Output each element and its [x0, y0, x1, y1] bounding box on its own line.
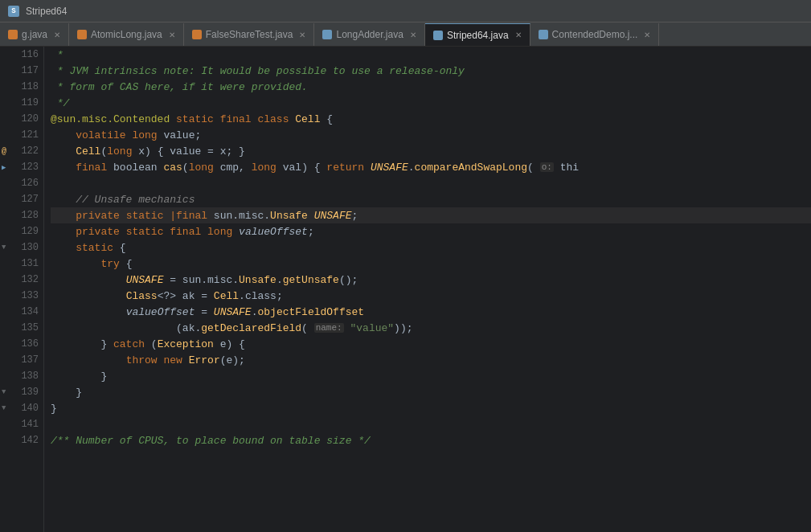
line-number: 138 — [16, 370, 39, 382]
code-line: final boolean cas(long cmp, long val) { … — [51, 159, 811, 175]
marker-collapse-red[interactable]: ▼ — [2, 404, 6, 412]
tab-close-icon[interactable]: ✕ — [54, 31, 60, 39]
gutter-row: 134 — [0, 304, 43, 320]
gutter-row: 131 — [0, 256, 43, 272]
line-number: 116 — [16, 49, 39, 60]
line-number: 131 — [16, 258, 39, 269]
line-number: 139 — [16, 387, 39, 398]
code-line — [51, 416, 811, 432]
gutter-row: 141 — [0, 416, 43, 432]
code-line: throw new Error(e); — [51, 352, 811, 368]
code-line: @sun.misc.Contended static final class C… — [51, 111, 811, 127]
tab-icon — [77, 30, 87, 39]
tab-label: Striped64.java — [447, 30, 509, 41]
tab-label: FalseShareTest.java — [206, 29, 293, 40]
line-number: 135 — [16, 322, 39, 334]
line-number: 136 — [16, 338, 39, 350]
gutter-row: 133 — [0, 288, 43, 304]
tab-close-icon[interactable]: ✕ — [299, 31, 305, 39]
code-line: Class<?> ak = Cell.class; — [51, 288, 811, 304]
line-number: 137 — [16, 354, 39, 366]
line-number: 123 — [16, 162, 39, 173]
tab-icon — [8, 30, 18, 39]
line-number: 130 — [16, 242, 39, 253]
line-number: 119 — [16, 97, 39, 108]
line-number: 117 — [16, 65, 39, 76]
gutter-row: 119 — [0, 95, 43, 111]
tab-icon — [192, 30, 202, 39]
code-line: } catch (Exception e) { — [51, 336, 811, 352]
line-number: 128 — [16, 210, 39, 221]
tab-icon — [433, 31, 443, 40]
gutter-row: 121 — [0, 127, 43, 143]
line-number: 141 — [16, 419, 39, 430]
tab-striped64[interactable]: Striped64.java✕ — [425, 23, 530, 46]
tab-close-icon[interactable]: ✕ — [169, 31, 175, 39]
code-line: } — [51, 384, 811, 400]
tab-g-java[interactable]: g.java✕ — [0, 23, 69, 46]
code-line: private static final long valueOffset; — [51, 223, 811, 239]
gutter-row: 142 — [0, 432, 43, 448]
gutter-row: 138 — [0, 368, 43, 384]
line-number: 121 — [16, 129, 39, 141]
gutter-row: ▶123 — [0, 159, 43, 175]
tab-bar: g.java✕AtomicLong.java✕FalseShareTest.ja… — [0, 23, 811, 47]
gutter-row: 126 — [0, 175, 43, 191]
gutter-row: 128 — [0, 207, 43, 223]
tab-close-icon[interactable]: ✕ — [515, 31, 522, 39]
line-number: 132 — [16, 274, 39, 285]
gutter: 116117118119120121@122▶123126127128129▼1… — [0, 47, 44, 532]
title-bar: S Striped64 — [0, 0, 811, 23]
tab-label: g.java — [22, 29, 47, 40]
app-icon: S — [8, 6, 19, 17]
gutter-row: 120 — [0, 111, 43, 127]
tab-icon — [539, 30, 548, 39]
line-number: 142 — [16, 435, 39, 446]
code-line: * — [51, 47, 811, 63]
tab-close-icon[interactable]: ✕ — [410, 31, 416, 39]
line-number: 118 — [16, 81, 39, 92]
tab-atomiclong[interactable]: AtomicLong.java✕ — [69, 23, 184, 46]
code-line: */ — [51, 95, 811, 111]
code-line: } — [51, 400, 811, 416]
tab-close-icon[interactable]: ✕ — [644, 31, 650, 39]
gutter-row: @122 — [0, 143, 43, 159]
gutter-row: ▼139 — [0, 384, 43, 400]
gutter-row: ▼140 — [0, 400, 43, 416]
gutter-row: 135 — [0, 320, 43, 336]
marker-collapse[interactable]: ▼ — [2, 243, 6, 252]
marker-collapse[interactable]: ▼ — [2, 388, 6, 396]
tab-label: AtomicLong.java — [91, 29, 162, 40]
code-line: volatile long value; — [51, 127, 811, 143]
code-line: } — [51, 368, 811, 384]
code-line: private static |final sun.misc.Unsafe UN… — [51, 207, 811, 223]
editor-container: 116117118119120121@122▶123126127128129▼1… — [0, 47, 811, 532]
tab-icon — [322, 30, 332, 39]
tab-longadder[interactable]: LongAdder.java✕ — [314, 23, 424, 46]
tab-label: LongAdder.java — [336, 29, 403, 40]
gutter-row: 129 — [0, 223, 43, 239]
gutter-row: 116 — [0, 47, 43, 63]
marker-expand[interactable]: ▶ — [2, 163, 6, 172]
line-number: 134 — [16, 306, 39, 317]
code-line: * form of CAS here, if it were provided. — [51, 79, 811, 95]
tab-label: ContendedDemo.j... — [552, 29, 638, 40]
code-line: static { — [51, 239, 811, 256]
line-number: 129 — [16, 226, 39, 237]
code-area[interactable]: * * JVM intrinsics note: It would be pos… — [44, 47, 811, 532]
code-line: Cell(long x) { value = x; } — [51, 143, 811, 159]
code-line — [51, 175, 811, 191]
line-number: 133 — [16, 290, 39, 301]
line-number: 140 — [16, 403, 39, 414]
tab-contended[interactable]: ContendedDemo.j...✕ — [530, 23, 660, 46]
app-title: Striped64 — [26, 6, 67, 17]
line-number: 120 — [16, 113, 39, 125]
line-number: 127 — [16, 194, 39, 205]
code-line: (ak.getDeclaredField( name: "value")); — [51, 320, 811, 336]
code-line: UNSAFE = sun.misc.Unsafe.getUnsafe(); — [51, 272, 811, 288]
gutter-row: 127 — [0, 191, 43, 207]
gutter-row: 132 — [0, 272, 43, 288]
marker-at: @ — [2, 147, 6, 156]
tab-falseshare[interactable]: FalseShareTest.java✕ — [184, 23, 315, 46]
gutter-row: 136 — [0, 336, 43, 352]
